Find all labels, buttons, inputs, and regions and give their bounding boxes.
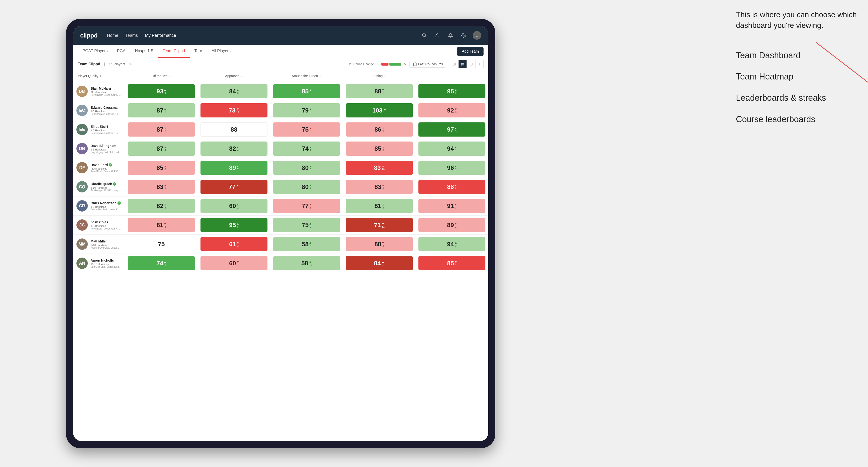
score-cell-5-2[interactable]: 801 [270,177,343,196]
score-cell-3-3[interactable]: 853 [343,139,415,158]
tab-tour[interactable]: Tour [190,45,207,58]
heatmap-view-btn[interactable]: ⊟ [467,60,475,68]
score-cell-8-4[interactable]: 943 [415,235,488,253]
add-team-button[interactable]: Add Team [457,47,484,56]
player-info-4[interactable]: DFDavid Ford✓Plus HandicapRoyal North De… [73,158,125,177]
player-info-2[interactable]: EEElliot Ebert1-5 HandicapSunningdale Go… [73,120,125,139]
dashboard-option-2[interactable]: Team Heatmap [736,71,859,83]
separator: | [104,62,105,66]
score-cell-2-3[interactable]: 866 [343,120,415,139]
score-cell-9-4[interactable]: 854 [415,254,488,273]
score-cell-0-2[interactable]: 858 [270,82,343,101]
score-cell-1-1[interactable]: 7311 [198,101,270,120]
score-cell-8-1[interactable]: 613 [198,235,270,253]
player-info-1[interactable]: ECEdward Crossman1-5 HandicapSunningdale… [73,101,125,120]
download-btn[interactable]: ↓ [475,60,484,68]
score-number: 89 [447,221,454,229]
trend-down-icon [164,127,166,129]
dashboard-option-1[interactable]: Team Dashboard [736,50,859,61]
col-header-player[interactable]: Player Quality ▼ [73,73,125,79]
score-cell-4-4[interactable]: 963 [415,158,488,177]
score-cell-1-4[interactable]: 923 [415,101,488,120]
score-cell-5-4[interactable]: 868 [415,177,488,196]
player-handicap: 1-5 Handicap [91,129,122,132]
score-cell-2-0[interactable]: 873 [125,120,198,139]
score-cell-3-4[interactable]: 941 [415,139,488,158]
col-header-green[interactable]: Around the Green — [270,73,343,79]
score-cell-9-3[interactable]: 8421 [343,254,415,273]
change-value: 4 [164,92,166,94]
dashboard-option-3[interactable]: Leaderboards & streaks [736,92,859,104]
score-cell-6-2[interactable]: 773 [270,196,343,215]
profile-icon[interactable] [433,31,441,40]
score-cell-0-4[interactable]: 959 [415,82,488,101]
score-cell-9-0[interactable]: 748 [125,254,198,273]
score-change: 4 [382,203,384,209]
score-cell-7-1[interactable]: 958 [198,216,270,235]
score-cell-1-2[interactable]: 799 [270,101,343,120]
nav-teams[interactable]: Teams [125,33,138,38]
dashboard-option-4[interactable]: Course leaderboards [736,114,859,125]
user-avatar[interactable]: U [473,31,481,40]
score-cell-3-1[interactable]: 824 [198,139,270,158]
tab-hcaps[interactable]: Hcaps 1-5 [130,45,158,58]
score-box: 75 [128,237,195,251]
player-info-8[interactable]: MMMatt Miller6-10 HandicapWoburn Golf Cl… [73,235,125,253]
score-cell-6-4[interactable]: 913 [415,196,488,215]
score-cell-7-0[interactable]: 813 [125,216,198,235]
score-cell-6-0[interactable]: 823 [125,196,198,215]
score-cell-1-0[interactable]: 871 [125,101,198,120]
grid-view-btn[interactable]: ⊞ [450,60,458,68]
score-cell-7-2[interactable]: 752 [270,216,343,235]
score-cell-5-1[interactable]: 7714 [198,177,270,196]
score-cell-9-2[interactable]: 5810 [270,254,343,273]
player-info-3[interactable]: DBDave Billingham1-5 HandicapGog Magog G… [73,139,125,158]
col-header-tee[interactable]: Off the Tee — [125,73,198,79]
score-cell-5-0[interactable]: 833 [125,177,198,196]
score-cell-0-1[interactable]: 846 [198,82,270,101]
edit-icon[interactable]: ✎ [129,62,132,66]
nav-home[interactable]: Home [107,33,118,38]
player-name: Charlie Quick✓ [91,182,122,186]
score-cell-0-0[interactable]: 934 [125,82,198,101]
score-cell-4-2[interactable]: 803 [270,158,343,177]
score-cell-2-4[interactable]: 975 [415,120,488,139]
table-view-btn[interactable]: ▤ [459,60,467,68]
score-cell-6-1[interactable]: 602 [198,196,270,215]
search-icon[interactable] [420,31,428,40]
score-cell-8-2[interactable]: 584 [270,235,343,253]
app-logo[interactable]: clippd [80,32,98,39]
round-change-label: 20 Round Change [349,62,374,66]
score-cell-7-3[interactable]: 7111 [343,216,415,235]
score-cell-3-2[interactable]: 741 [270,139,343,158]
score-cell-6-3[interactable]: 814 [343,196,415,215]
player-info-0[interactable]: BMBlair McHargPlus HandicapRoyal North D… [73,82,125,101]
score-cell-3-0[interactable]: 874 [125,139,198,158]
score-cell-4-3[interactable]: 8310 [343,158,415,177]
nav-my-performance[interactable]: My Performance [145,33,176,38]
tab-pga[interactable]: PGA [112,45,130,58]
tab-all-players[interactable]: All Players [207,45,235,58]
score-cell-4-1[interactable]: 897 [198,158,270,177]
player-info-6[interactable]: CRChris Robertson✓1-5 HandicapCraigmilla… [73,196,125,215]
col-header-approach[interactable]: Approach — [198,73,270,79]
tab-pgat-players[interactable]: PGAT Players [78,45,112,58]
col-header-putting[interactable]: Putting — [343,73,415,79]
score-cell-1-3[interactable]: 10315 [343,101,415,120]
score-cell-2-2[interactable]: 753 [270,120,343,139]
score-cell-9-1[interactable]: 601 [198,254,270,273]
score-cell-4-0[interactable]: 853 [125,158,198,177]
player-info-9[interactable]: ANAaron Nicholls11-15 HandicapDrift Golf… [73,254,125,273]
last-rounds-button[interactable]: Last Rounds: 20 [409,61,446,68]
score-cell-5-3[interactable]: 836 [343,177,415,196]
notifications-icon[interactable] [446,31,455,40]
tab-team-clippd[interactable]: Team Clippd [158,45,190,58]
settings-icon[interactable] [460,31,468,40]
score-cell-0-3[interactable]: 881 [343,82,415,101]
player-info-7[interactable]: JCJosh Coles1-5 HandicapRoyal North Devo… [73,216,125,235]
score-cell-7-4[interactable]: 892 [415,216,488,235]
player-info-5[interactable]: CQCharlie Quick✓6-10 HandicapSt. George'… [73,177,125,196]
score-cell-2-1[interactable]: 88 [198,120,270,139]
score-cell-8-0[interactable]: 75 [125,235,198,253]
score-cell-8-3[interactable]: 882 [343,235,415,253]
